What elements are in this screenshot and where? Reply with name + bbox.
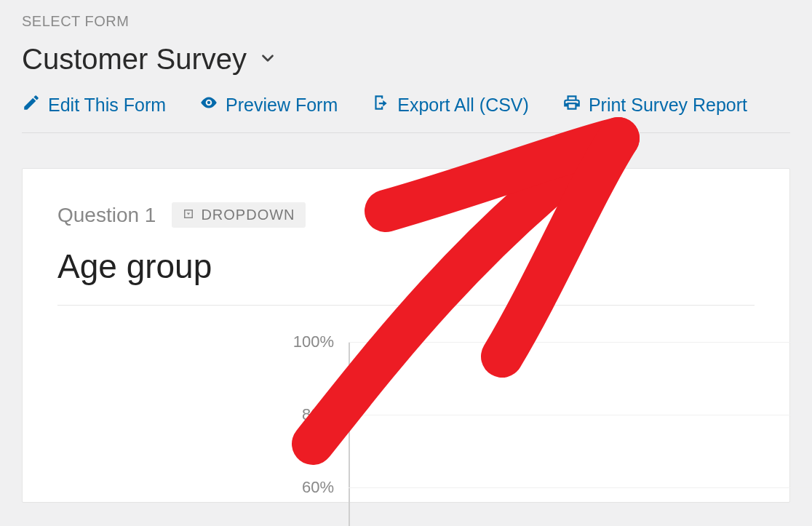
field-type-badge: DROPDOWN [172,202,305,228]
chevron-down-icon [258,49,277,71]
print-icon [562,93,581,116]
survey-chart: 100% 80% 60% [276,342,755,526]
export-csv-link[interactable]: Export All (CSV) [371,93,529,116]
dropdown-icon [182,207,195,223]
export-icon [371,93,390,116]
actions-row: Edit This Form Preview Form Export All (… [22,93,790,133]
print-report-label: Print Survey Report [589,95,747,116]
y-tick-label: 60% [276,478,341,497]
print-report-link[interactable]: Print Survey Report [562,93,747,116]
form-name: Customer Survey [22,43,247,76]
question-label: Question 1 [57,204,156,227]
eye-icon [199,93,218,116]
y-tick-label: 100% [276,332,341,351]
y-tick-label: 80% [276,405,341,424]
preview-form-link[interactable]: Preview Form [199,93,338,116]
field-type-text: DROPDOWN [201,207,295,223]
pencil-icon [22,93,41,116]
preview-form-label: Preview Form [226,95,338,116]
y-axis-line [349,342,350,526]
gridline [349,342,812,343]
export-csv-label: Export All (CSV) [397,95,529,116]
gridline [349,415,812,415]
question-title: Age group [57,247,755,305]
form-selector[interactable]: Customer Survey [22,43,790,76]
gridline [349,487,812,488]
edit-form-link[interactable]: Edit This Form [22,93,166,116]
question-card: Question 1 DROPDOWN Age group 100% 80% 6… [22,168,790,503]
select-form-label: SELECT FORM [22,13,790,30]
edit-form-label: Edit This Form [48,95,166,116]
divider [57,305,755,306]
